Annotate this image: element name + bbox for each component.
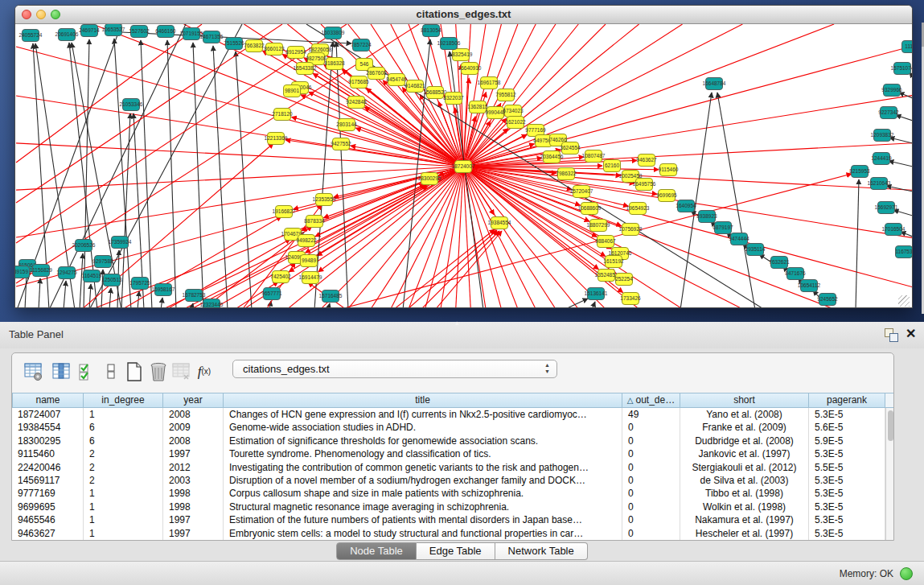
graph-node[interactable]: 16640910 (458, 63, 482, 75)
tab-node-table[interactable]: Node Table (336, 542, 417, 560)
cell-pagerank[interactable]: 5.3E-5 (809, 474, 885, 487)
graph-node[interactable]: 16914479 (299, 272, 322, 284)
cell-pagerank[interactable]: 5.3E-5 (809, 527, 885, 540)
graph-node[interactable]: 16782753 (183, 290, 206, 302)
cell-year[interactable]: 1997 (163, 513, 224, 526)
cell-out_de[interactable]: 0 (622, 461, 680, 474)
graph-node[interactable]: 9242848 (346, 97, 367, 109)
graph-node[interactable]: 17016504 (882, 224, 906, 236)
graph-node[interactable]: 18325419 (450, 49, 473, 61)
graph-node[interactable]: 1640954 (676, 200, 696, 212)
cell-name[interactable]: 9699695 (12, 501, 84, 513)
cell-in_degree[interactable]: 2 (84, 447, 163, 460)
graph-node[interactable]: 99489 (301, 255, 318, 267)
cell-short[interactable]: de Silva et al. (2003) (680, 474, 809, 487)
tab-network-table[interactable]: Network Table (495, 542, 588, 560)
graph-node[interactable]: 252254 (615, 274, 633, 286)
cell-year[interactable]: 2008 (163, 408, 224, 421)
graph-node[interactable]: 1733426 (620, 293, 641, 305)
graph-node[interactable]: 10688609 (578, 203, 602, 215)
column-visibility-button[interactable] (50, 360, 72, 382)
function-builder-button[interactable]: f(x) (193, 360, 216, 382)
graph-node[interactable]: 16495756 (633, 179, 656, 191)
cell-pagerank[interactable]: 5.3E-5 (809, 501, 885, 513)
table-row[interactable]: 946554611997Estimation of the future num… (12, 513, 885, 526)
table-row[interactable]: 946362711997Embryonic stem cells: a mode… (12, 527, 885, 540)
cell-out_de[interactable]: 0 (622, 501, 680, 513)
graph-node[interactable]: 8813054 (421, 25, 441, 37)
graph-node[interactable]: 20206526 (72, 240, 96, 252)
cell-out_de[interactable]: 0 (622, 487, 680, 500)
cell-in_degree[interactable]: 1 (84, 487, 163, 500)
graph-node[interactable]: 9245652 (817, 294, 838, 306)
cell-in_degree[interactable]: 1 (84, 527, 163, 540)
cell-out_de[interactable]: 0 (622, 435, 680, 447)
column-header-out_de[interactable]: △out_de… (622, 393, 680, 408)
graph-node[interactable]: 9463627 (636, 154, 657, 167)
cell-in_degree[interactable]: 1 (84, 513, 163, 526)
graph-node[interactable]: 21053346 (120, 99, 143, 111)
cell-short[interactable]: Stergiakouli et al. (2012) (680, 461, 809, 474)
graph-node[interactable]: 15692971 (875, 202, 898, 214)
cell-name[interactable]: 18300295 (12, 435, 84, 447)
graph-node[interactable]: 20364456 (540, 151, 564, 163)
graph-node[interactable]: 8878334 (304, 216, 325, 228)
cell-pagerank[interactable]: 5.3E-5 (809, 447, 885, 460)
graph-node[interactable]: 10653527 (102, 24, 125, 36)
cell-year[interactable]: 1998 (163, 487, 224, 500)
cell-out_de[interactable]: 0 (622, 513, 680, 526)
graph-node[interactable]: 7663822 (244, 40, 265, 52)
cell-pagerank[interactable]: 5.3E-5 (809, 408, 885, 421)
graph-node[interactable]: 8912954 (285, 47, 306, 59)
table-row[interactable]: 1456911722003Disruption of a novel membe… (12, 474, 885, 487)
graph-node[interactable]: 7986322 (556, 168, 577, 180)
cell-title[interactable]: Embryonic stem cells: a model to study s… (224, 527, 622, 540)
cell-name[interactable]: 14569117 (12, 474, 84, 487)
cell-out_de[interactable]: 0 (622, 527, 680, 540)
graph-node[interactable]: 8215953 (849, 166, 870, 178)
cell-out_de[interactable]: 0 (622, 421, 680, 434)
column-header-year[interactable]: year (163, 393, 224, 408)
table-selector-dropdown[interactable]: citations_edges.txt ▲▼ (232, 360, 557, 378)
graph-node[interactable]: 1250513 (101, 274, 122, 286)
graph-node[interactable]: 16210643 (868, 178, 891, 190)
cell-name[interactable]: 22420046 (12, 461, 84, 474)
graph-node[interactable]: 18300295 (418, 173, 441, 185)
graph-node[interactable]: 3624554 (560, 142, 581, 154)
canvas-resize-grip[interactable] (898, 295, 910, 307)
graph-node[interactable]: 16648784 (703, 78, 726, 90)
graph-node[interactable]: 7515526 (224, 38, 244, 50)
graph-node[interactable]: 98901 (284, 85, 301, 97)
graph-node[interactable]: 7632621 (769, 257, 790, 269)
network-canvas[interactable]: 1872400718300295193845548660123891295418… (15, 24, 912, 308)
new-table-button[interactable] (123, 360, 146, 382)
graph-node[interactable]: 39159 (15, 266, 30, 278)
table-row[interactable]: 2242004622012Investigating the contribut… (12, 461, 885, 474)
cell-pagerank[interactable]: 5.9E-5 (809, 435, 885, 447)
graph-node[interactable]: 9227342 (878, 107, 899, 119)
cell-out_de[interactable]: 0 (622, 447, 680, 460)
cell-short[interactable]: Tibbo et al. (1998) (680, 487, 809, 500)
close-panel-icon[interactable]: ✕ (906, 326, 916, 341)
graph-node[interactable]: 9699695 (656, 190, 677, 202)
graph-node[interactable]: 7425402 (270, 271, 291, 283)
cell-name[interactable]: 9777169 (12, 487, 84, 500)
cell-short[interactable]: Franke et al. (2009) (680, 421, 809, 434)
column-header-title[interactable]: title (224, 393, 622, 408)
graph-node[interactable]: 19218506 (437, 38, 461, 50)
graph-node[interactable]: 18724007 (452, 161, 475, 173)
graph-node[interactable]: 9146821 (405, 80, 425, 93)
cell-pagerank[interactable]: 5.5E-5 (809, 461, 885, 474)
graph-node[interactable]: 9175685 (348, 76, 369, 89)
cell-pagerank[interactable]: 5.3E-5 (809, 513, 885, 526)
graph-node[interactable]: 1615192 (603, 256, 624, 268)
column-header-in_degree[interactable]: in_degree (84, 393, 163, 408)
cell-title[interactable]: Investigating the contribution of common… (224, 461, 622, 474)
table-row[interactable]: 1938455462009Genome-wide association stu… (12, 421, 885, 434)
memory-status[interactable]: Memory: OK (840, 562, 913, 585)
graph-node[interactable]: 9115460 (659, 164, 679, 176)
cell-title[interactable]: Tourette syndrome. Phenomenology and cla… (224, 447, 622, 460)
float-panel-button[interactable] (885, 328, 897, 341)
graph-node[interactable]: 9474444 (729, 233, 749, 245)
cell-out_de[interactable]: 49 (622, 408, 680, 421)
